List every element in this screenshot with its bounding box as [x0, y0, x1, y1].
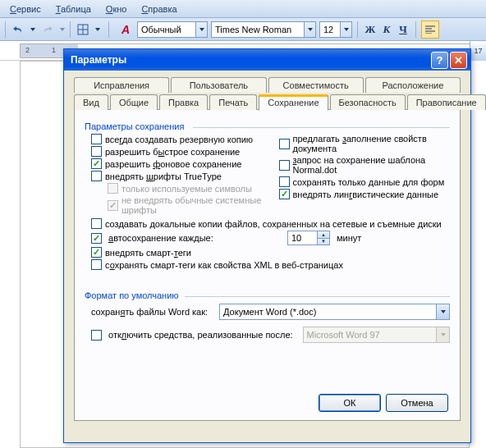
tables-borders-button[interactable]	[74, 21, 92, 39]
bold-button[interactable]: Ж	[363, 21, 378, 38]
spin-down[interactable]: ▼	[317, 239, 329, 245]
ruler-end: 17	[470, 41, 486, 61]
options-dialog: Параметры ? ✕ Исправления Пользователь С…	[63, 48, 471, 443]
close-button[interactable]: ✕	[450, 52, 467, 69]
chk-disable-features[interactable]	[91, 330, 102, 341]
saveas-value: Документ Word (*.doc)	[223, 307, 316, 317]
chk-smarttags[interactable]	[91, 247, 102, 258]
chk-usedonly-label: только используемые символы	[122, 184, 252, 194]
separator	[70, 21, 71, 38]
tab-save[interactable]: Сохранение	[259, 94, 328, 111]
tab-user[interactable]: Пользователь	[171, 77, 266, 93]
chk-usedonly	[108, 183, 118, 194]
tab-row-top: Исправления Пользователь Совместимость Р…	[74, 77, 461, 93]
undo-dropdown[interactable]	[29, 21, 37, 39]
chk-smartxml[interactable]	[91, 259, 102, 270]
chk-formdata-label: сохранять только данные для форм	[293, 177, 445, 187]
separator	[5, 21, 6, 38]
chk-bgsave-label: разрешить фоновое сохранение	[105, 159, 241, 169]
chk-formdata[interactable]	[279, 176, 290, 187]
chk-fastsave[interactable]	[91, 146, 102, 157]
group-format-title: Формат по умолчанию	[85, 290, 450, 300]
dialog-title: Параметры	[71, 54, 429, 66]
tab-compat[interactable]: Совместимость	[268, 77, 364, 93]
disable-features-label: отключить средства, реализованные после:	[108, 330, 293, 340]
saveas-combo[interactable]: Документ Word (*.doc)	[219, 304, 450, 320]
underline-button[interactable]: Ч	[396, 21, 410, 38]
minutes-label: минут	[337, 233, 361, 243]
tab-print[interactable]: Печать	[209, 94, 257, 110]
chk-nolocal-label: создавать докальные копии файлов, сохран…	[105, 219, 442, 229]
tab-security[interactable]: Безопасность	[330, 94, 406, 110]
menu-bar: Сервис Таблица Окно Справка	[0, 0, 486, 18]
style-value: Обычный	[141, 25, 181, 34]
menu-window[interactable]: Окно	[99, 2, 134, 16]
tab-edit[interactable]: Правка	[159, 94, 208, 110]
align-left-button[interactable]	[421, 21, 439, 39]
chk-backup[interactable]	[91, 134, 102, 144]
style-combo[interactable]: Обычный	[137, 21, 208, 38]
separator	[415, 21, 416, 38]
chk-smarttags-label: внедрять смарт-теги	[105, 248, 191, 258]
chk-smartxml-label: сохранять смарт-теги как свойства XML в …	[105, 260, 343, 270]
undo-button[interactable]	[9, 21, 27, 39]
chk-ttf-label: внедрять шрифты TrueType	[105, 171, 222, 181]
tab-panel-save: Параметры сохранения всегда создавать ре…	[74, 109, 461, 421]
dropdown-arrow-icon	[436, 327, 449, 342]
menu-service[interactable]: Сервис	[3, 2, 48, 16]
tab-view[interactable]: Вид	[74, 94, 108, 110]
chk-fastsave-label: разрешить быстрое сохранение	[105, 147, 240, 157]
chk-bgsave[interactable]	[91, 158, 102, 169]
toolbar-options[interactable]	[94, 21, 102, 39]
font-value: Times New Roman	[215, 25, 291, 34]
spin-up[interactable]: ▲	[317, 231, 329, 239]
separator	[357, 21, 358, 38]
chk-autosave[interactable]	[91, 233, 102, 244]
chk-noembed	[108, 200, 118, 211]
chk-backup-label: всегда создавать резервную копию	[105, 135, 253, 144]
font-size-value: 12	[323, 25, 333, 34]
font-combo[interactable]: Times New Roman	[211, 21, 316, 38]
toolbar: A Обычный Times New Roman 12 Ж К Ч	[0, 18, 486, 41]
chk-normal[interactable]	[279, 160, 290, 171]
redo-dropdown[interactable]	[58, 21, 66, 39]
tab-location[interactable]: Расположение	[365, 77, 461, 93]
dropdown-arrow-icon	[436, 304, 449, 319]
group-save-title: Параметры сохранения	[85, 121, 450, 131]
disable-after-combo: Microsoft Word 97	[303, 327, 450, 343]
menu-table[interactable]: Таблица	[49, 2, 98, 16]
chk-nolocal[interactable]	[91, 218, 102, 229]
ruler-tick: 1	[52, 46, 56, 54]
font-size-combo[interactable]: 12	[319, 21, 352, 38]
autosave-minutes-input[interactable]: 10 ▲▼	[287, 231, 330, 245]
tab-row-bottom: Вид Общие Правка Печать Сохранение Безоп…	[74, 94, 461, 110]
menu-help[interactable]: Справка	[135, 2, 183, 16]
tab-corrections[interactable]: Исправления	[74, 77, 169, 93]
italic-button[interactable]: К	[379, 21, 394, 38]
chk-ling[interactable]	[279, 189, 290, 199]
chk-props-label: предлагать заполнение свойств документа	[293, 134, 451, 153]
autosave-value: 10	[291, 233, 301, 243]
help-button[interactable]: ?	[431, 52, 448, 69]
saveas-label: сохранять файлы Word как:	[91, 307, 213, 317]
chk-ttf[interactable]	[91, 171, 102, 181]
chk-props[interactable]	[279, 139, 290, 149]
disable-after-value: Microsoft Word 97	[307, 330, 380, 340]
chk-normal-label: запрос на сохранение шаблона Normal.dot	[293, 155, 451, 175]
ruler-tick: 2	[25, 46, 30, 54]
cancel-button[interactable]: Отмена	[386, 394, 448, 412]
dialog-titlebar[interactable]: Параметры ? ✕	[64, 49, 470, 71]
chk-noembed-label: не внедрять обычные системные шрифты	[122, 195, 263, 215]
chk-autosave-label: автосохранение каждые:	[108, 233, 281, 243]
tab-general[interactable]: Общие	[110, 94, 158, 110]
separator	[108, 21, 109, 38]
tab-spelling[interactable]: Правописание	[407, 94, 486, 110]
ok-button[interactable]: ОК	[319, 394, 381, 412]
redo-button[interactable]	[39, 21, 57, 39]
chk-ling-label: внедрять лингвистические данные	[293, 190, 439, 199]
styles-formatting-button[interactable]: A	[116, 21, 135, 39]
